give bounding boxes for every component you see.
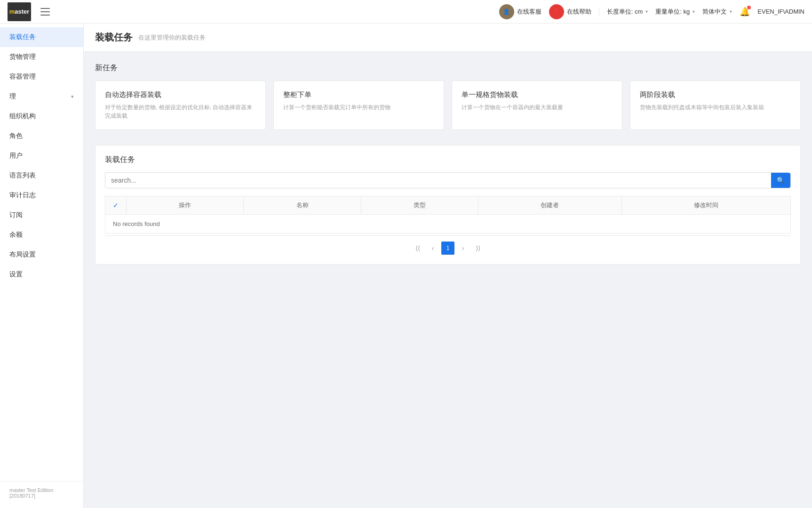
sidebar-item-label: 容器管理 <box>9 73 74 81</box>
col-ops: 操作 <box>127 196 244 215</box>
task-card-full-container[interactable]: 整柜下单 计算一个货柜能否装载完订单中所有的货物 <box>273 81 444 130</box>
language-selector[interactable]: 简体中文 ▾ <box>702 8 732 16</box>
prev-page-icon: ‹ <box>432 244 434 252</box>
menu-toggle-button[interactable] <box>40 8 50 16</box>
sidebar-item-label: 用户 <box>9 152 74 160</box>
length-unit-label: 长度单位: cm <box>607 8 643 16</box>
sidebar-item-settings[interactable]: 设置 <box>0 265 83 284</box>
logo: master <box>8 2 50 21</box>
page-number: 1 <box>446 245 450 251</box>
col-type: 类型 <box>361 196 478 215</box>
task-list-section: 装载任务 🔍 ✓ 操作 名称 类型 <box>95 145 801 265</box>
sidebar-item-org[interactable]: 组织机构 <box>0 106 83 126</box>
sidebar-item-label: 装载任务 <box>9 33 74 41</box>
page-prev-button[interactable]: ‹ <box>426 242 439 255</box>
task-card-desc: 计算一个货柜能否装载完订单中所有的货物 <box>283 103 434 112</box>
weight-unit-arrow: ▾ <box>693 9 695 14</box>
task-card-two-stage[interactable]: 两阶段装载 货物先装载到托盘或木箱等中间包装后装入集装箱 <box>630 81 801 130</box>
online-service-button[interactable]: 👤 在线客服 <box>499 4 541 19</box>
sidebar-item-label: 组织机构 <box>9 112 74 121</box>
sidebar-item-container[interactable]: 容器管理 <box>0 67 83 87</box>
help-avatar: ❓ <box>549 4 564 19</box>
online-service-label: 在线客服 <box>517 8 541 16</box>
col-modified: 修改时间 <box>621 196 790 215</box>
main-content: 装载任务 在这里管理你的装载任务 新任务 自动选择容器装载 对于给定数量的货物,… <box>84 24 812 508</box>
footer-line2: [20180717] <box>9 493 74 499</box>
search-button[interactable]: 🔍 <box>771 173 790 188</box>
page-next-button[interactable]: › <box>456 242 470 255</box>
sidebar-item-layout[interactable]: 布局设置 <box>0 245 83 265</box>
page-1-button[interactable]: 1 <box>441 242 454 255</box>
footer-line1: master Test Edition <box>9 487 74 493</box>
sidebar-item-user[interactable]: 用户 <box>0 146 83 166</box>
sidebar-item-label: 货物管理 <box>9 53 74 61</box>
page-subtitle: 在这里管理你的装载任务 <box>138 33 206 42</box>
task-card-title: 自动选择容器装载 <box>105 90 256 99</box>
online-help-label: 在线帮助 <box>567 8 591 16</box>
content-area: 新任务 自动选择容器装载 对于给定数量的货物, 根据设定的优化目标, 自动选择容… <box>84 52 812 276</box>
page-first-button[interactable]: ⟨⟨ <box>411 242 424 255</box>
app-header: master 👤 在线客服 ❓ 在线帮助 长度单位: cm ▾ 重量单位: kg… <box>0 0 812 24</box>
new-task-section-title: 新任务 <box>95 63 801 73</box>
language-arrow: ▾ <box>730 9 732 14</box>
chevron-down-icon: ▾ <box>71 94 74 100</box>
search-input[interactable] <box>111 173 771 188</box>
page-header: 装载任务 在这里管理你的装载任务 <box>84 24 812 52</box>
sidebar-item-loading-task[interactable]: 装载任务 <box>0 27 83 47</box>
col-name: 名称 <box>244 196 361 215</box>
first-page-icon: ⟨⟨ <box>415 244 420 252</box>
sidebar-item-subscription[interactable]: 订阅 <box>0 205 83 225</box>
table-row-empty: No records found <box>105 215 791 234</box>
sidebar-footer: master Test Edition [20180717] <box>0 481 83 504</box>
sidebar-item-label: 角色 <box>9 132 74 140</box>
sidebar-item-role[interactable]: 角色 <box>0 126 83 146</box>
task-card-desc: 计算一个货物在一个容器内的最大装载量 <box>462 103 613 112</box>
notification-bell[interactable]: 🔔 <box>740 7 750 17</box>
task-card-desc: 货物先装载到托盘或木箱等中间包装后装入集装箱 <box>640 103 791 112</box>
task-card-title: 单一规格货物装载 <box>462 90 613 99</box>
pagination: ⟨⟨ ‹ 1 › ⟩⟩ <box>105 235 791 255</box>
task-card-auto[interactable]: 自动选择容器装载 对于给定数量的货物, 根据设定的优化目标, 自动选择容器来完成… <box>95 81 266 130</box>
task-table: ✓ 操作 名称 类型 创建者 修改时间 No records found <box>105 196 791 234</box>
sidebar-item-balance[interactable]: 余额 <box>0 225 83 245</box>
task-cards: 自动选择容器装载 对于给定数量的货物, 根据设定的优化目标, 自动选择容器来完成… <box>95 81 801 130</box>
sidebar-item-audit[interactable]: 审计日志 <box>0 185 83 205</box>
language-label: 简体中文 <box>702 8 727 16</box>
task-list-title: 装载任务 <box>105 155 791 165</box>
task-card-desc: 对于给定数量的货物, 根据设定的优化目标, 自动选择容器来完成装载 <box>105 103 256 120</box>
main-layout: 装载任务 货物管理 容器管理 理 ▾ 组织机构 角色 用户 语言列表 审计日志 … <box>0 24 812 508</box>
weight-unit-selector[interactable]: 重量单位: kg ▾ <box>655 8 695 16</box>
search-bar: 🔍 <box>105 172 791 188</box>
sidebar-item-label: 理 <box>9 92 71 101</box>
logo-box: master <box>8 2 31 21</box>
divider <box>599 7 599 16</box>
online-help-button[interactable]: ❓ 在线帮助 <box>549 4 591 19</box>
check-icon: ✓ <box>113 202 119 209</box>
length-unit-arrow: ▾ <box>645 9 648 14</box>
next-page-icon: › <box>462 244 464 252</box>
no-records-text: No records found <box>113 220 160 227</box>
sidebar-item-label: 审计日志 <box>9 191 74 200</box>
sidebar-item-manage[interactable]: 理 ▾ <box>0 87 83 106</box>
weight-unit-label: 重量单位: kg <box>655 8 690 16</box>
sidebar-item-label: 语言列表 <box>9 171 74 180</box>
header-right: 👤 在线客服 ❓ 在线帮助 长度单位: cm ▾ 重量单位: kg ▾ 简体中文… <box>499 4 804 19</box>
task-card-title: 整柜下单 <box>283 90 434 99</box>
page-last-button[interactable]: ⟩⟩ <box>471 242 485 255</box>
username-label: EVEN_IF\ADMIN <box>757 8 804 15</box>
sidebar-item-language[interactable]: 语言列表 <box>0 166 83 185</box>
sidebar-item-label: 余额 <box>9 231 74 239</box>
sidebar-item-cargo[interactable]: 货物管理 <box>0 47 83 67</box>
notification-dot <box>747 6 751 9</box>
task-card-single-spec[interactable]: 单一规格货物装载 计算一个货物在一个容器内的最大装载量 <box>452 81 622 130</box>
last-page-icon: ⟩⟩ <box>476 244 480 252</box>
sidebar-item-label: 设置 <box>9 270 74 279</box>
user-profile[interactable]: EVEN_IF\ADMIN <box>757 8 804 15</box>
col-checkbox: ✓ <box>105 196 127 215</box>
sidebar-item-label: 订阅 <box>9 211 74 219</box>
service-avatar: 👤 <box>499 4 514 19</box>
sidebar: 装载任务 货物管理 容器管理 理 ▾ 组织机构 角色 用户 语言列表 审计日志 … <box>0 24 84 508</box>
page-title: 装载任务 <box>95 31 133 44</box>
length-unit-selector[interactable]: 长度单位: cm ▾ <box>607 8 648 16</box>
col-creator: 创建者 <box>478 196 621 215</box>
